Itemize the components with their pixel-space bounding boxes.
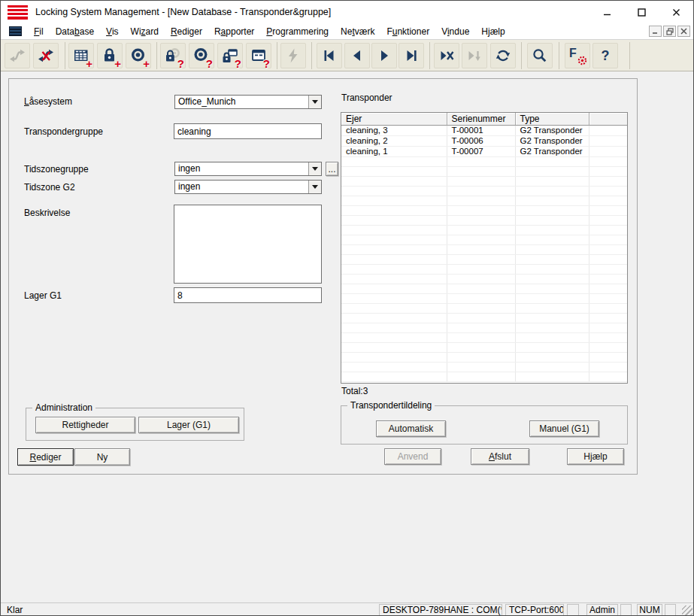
workspace: Låsesystem Office_Munich Transpondergrup… <box>1 71 693 602</box>
read-g2-lock-button[interactable]: ? <box>217 43 243 68</box>
status-panel-connection: DESKTOP-789HANE : COM(*) <box>379 604 502 616</box>
remove-record-button[interactable] <box>434 43 459 68</box>
next-record-button[interactable] <box>371 43 397 68</box>
tidszone-g2-combo[interactable]: ingen <box>174 180 322 194</box>
table-row[interactable] <box>341 196 627 205</box>
lager-g1-button[interactable]: Lager (G1) <box>138 417 239 433</box>
chevron-down-icon[interactable] <box>308 96 321 108</box>
transpondergruppe-label: Transpondergruppe <box>24 126 103 137</box>
read-transponder-button[interactable]: ? <box>189 43 214 68</box>
table-row[interactable]: cleaning, 2T-00006G2 Transponder <box>341 135 627 146</box>
table-row[interactable] <box>341 176 627 186</box>
table-row[interactable] <box>341 254 627 264</box>
plus-overlay-icon: + <box>86 58 92 69</box>
chevron-down-icon[interactable] <box>308 181 321 193</box>
log-off-button[interactable] <box>33 43 59 68</box>
menu-hjaelp[interactable]: Hjælp <box>475 25 511 38</box>
table-row[interactable] <box>341 235 627 244</box>
beskrivelse-textarea[interactable] <box>174 205 322 284</box>
maximize-button[interactable] <box>624 1 659 23</box>
status-message: Klar <box>7 605 23 615</box>
minimize-button[interactable] <box>589 1 624 23</box>
first-record-icon <box>320 47 338 65</box>
menu-funktioner[interactable]: Funktioner <box>380 25 435 38</box>
menu-rediger[interactable]: Rediger <box>165 25 208 38</box>
table-row[interactable] <box>341 362 627 372</box>
table-row[interactable] <box>341 303 627 313</box>
table-row[interactable] <box>341 244 627 254</box>
question-overlay-icon: ? <box>235 58 241 69</box>
ny-button[interactable]: Ny <box>74 448 130 466</box>
table-row[interactable] <box>341 284 627 293</box>
lager-g1-input[interactable] <box>174 287 322 303</box>
mdi-minimize-button[interactable] <box>649 26 662 37</box>
table-row[interactable] <box>341 264 627 274</box>
first-record-button[interactable] <box>317 43 342 68</box>
table-row[interactable] <box>341 313 627 323</box>
new-transponder-button[interactable]: + <box>126 43 151 68</box>
new-locking-system-button[interactable]: + <box>68 43 94 68</box>
tidszonegruppe-value: ingen <box>175 162 308 175</box>
table-row[interactable] <box>341 156 627 166</box>
anvend-button[interactable]: Anvend <box>384 448 441 465</box>
close-icon <box>671 8 681 17</box>
question-overlay-icon: ? <box>263 58 270 69</box>
previous-record-button[interactable] <box>344 43 370 68</box>
last-record-button[interactable] <box>399 43 424 68</box>
menu-vis[interactable]: Vis <box>100 25 124 38</box>
filter-button[interactable]: F <box>565 43 590 68</box>
column-header-type[interactable]: Type <box>515 113 589 125</box>
status-panel-blank-2 <box>620 604 632 616</box>
resize-grip[interactable] <box>682 605 692 616</box>
transpondergruppe-input[interactable] <box>174 123 322 139</box>
table-row[interactable] <box>341 186 627 196</box>
program-button[interactable] <box>280 43 306 68</box>
column-header-serienummer[interactable]: Serienummer <box>447 113 515 125</box>
table-row[interactable] <box>341 225 627 235</box>
menu-programmering[interactable]: Programmering <box>260 25 335 38</box>
menu-wizard[interactable]: Wizard <box>125 25 165 38</box>
rediger-button[interactable]: Rediger <box>17 448 74 466</box>
tidszonegruppe-more-button[interactable]: ... <box>326 162 338 176</box>
menu-netvaerk[interactable]: Netværk <box>335 25 380 38</box>
table-row[interactable] <box>341 205 627 215</box>
chevron-down-icon[interactable] <box>308 162 321 175</box>
plus-overlay-icon: + <box>114 58 121 69</box>
table-row[interactable] <box>341 215 627 225</box>
close-button[interactable] <box>659 1 693 23</box>
rettigheder-button[interactable]: Rettigheder <box>35 417 135 433</box>
transpondertildeling-group-title: Transpondertildeling <box>347 400 435 411</box>
table-row[interactable] <box>341 293 627 303</box>
search-button[interactable] <box>527 43 553 68</box>
table-row[interactable]: cleaning, 3T-00001G2 Transponder <box>341 125 627 135</box>
manuel-g1-button[interactable]: Manuel (G1) <box>529 420 599 437</box>
goto-record-button[interactable] <box>462 43 487 68</box>
read-lock-button[interactable]: ? <box>160 43 186 68</box>
column-header-blank[interactable] <box>589 113 627 125</box>
table-row[interactable] <box>341 166 627 176</box>
table-row[interactable] <box>341 274 627 284</box>
laasesystem-combo[interactable]: Office_Munich <box>174 95 322 109</box>
new-lock-button[interactable]: + <box>97 43 123 68</box>
menu-fil[interactable]: Fil <box>28 25 50 38</box>
mdi-close-button[interactable] <box>677 26 690 37</box>
column-header-ejer[interactable]: Ejer <box>341 113 447 125</box>
afslut-button[interactable]: Afslut <box>471 448 529 465</box>
table-row[interactable] <box>341 323 627 332</box>
refresh-button[interactable] <box>490 43 516 68</box>
tidszonegruppe-combo[interactable]: ingen <box>174 162 322 176</box>
help-button[interactable]: ? <box>592 43 618 68</box>
automatisk-button[interactable]: Automatisk <box>376 420 446 437</box>
log-on-button[interactable] <box>5 43 30 68</box>
mdi-restore-button[interactable] <box>663 26 676 37</box>
table-row[interactable]: cleaning, 1T-00007G2 Transponder <box>341 146 627 156</box>
table-row[interactable] <box>341 372 627 381</box>
table-row[interactable] <box>341 332 627 342</box>
read-network-button[interactable]: ? <box>246 43 271 68</box>
menu-rapporter[interactable]: Rapporter <box>208 25 260 38</box>
menu-vindue[interactable]: Vindue <box>435 25 475 38</box>
menu-database[interactable]: Database <box>50 25 100 38</box>
hjaelp-button[interactable]: Hjælp <box>567 448 624 465</box>
table-row[interactable] <box>341 342 627 352</box>
table-row[interactable] <box>341 352 627 362</box>
